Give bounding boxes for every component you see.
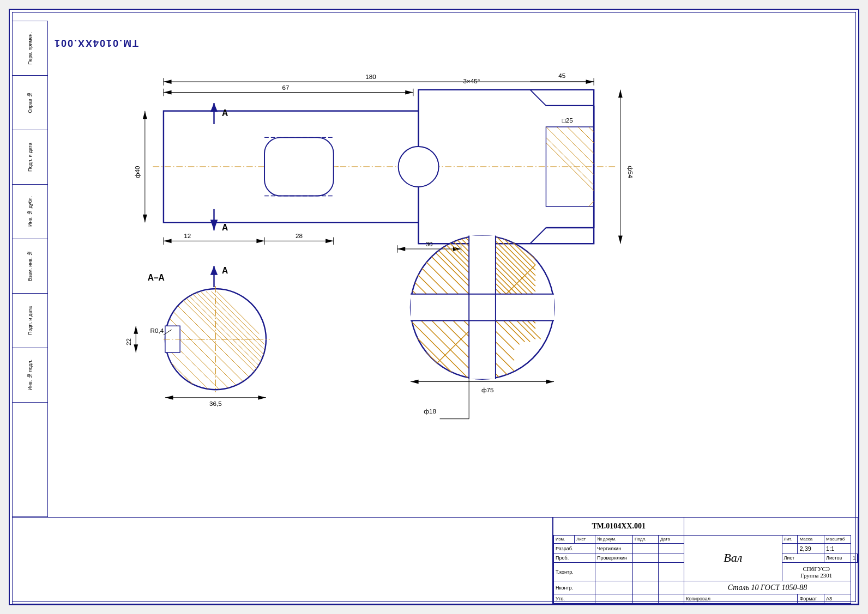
tb-razrab-label: Разраб. bbox=[554, 543, 595, 554]
svg-marker-103 bbox=[134, 344, 138, 352]
sidebar-row-5: Взам. инв. № bbox=[13, 239, 47, 294]
svg-rect-144 bbox=[469, 236, 496, 379]
svg-marker-64 bbox=[618, 236, 623, 244]
svg-line-39 bbox=[567, 201, 594, 228]
svg-line-35 bbox=[546, 206, 556, 217]
svg-marker-152 bbox=[546, 380, 554, 384]
svg-marker-61 bbox=[143, 215, 147, 223]
title-block: ТМ.0104ХХ.001 Изм. Лист № докум. Подп. Д… bbox=[553, 517, 858, 604]
svg-line-27 bbox=[520, 132, 546, 159]
svg-line-9 bbox=[530, 90, 546, 106]
tb-format-val: А3 bbox=[824, 594, 851, 604]
svg-marker-47 bbox=[210, 220, 218, 230]
tb-listov-label: Листов bbox=[824, 554, 851, 562]
technical-drawing-svg: A A 180 67 45 3×45° bbox=[48, 21, 856, 517]
tb-col-podp: Подп. bbox=[632, 535, 658, 543]
dim-180: 180 bbox=[365, 73, 376, 80]
svg-line-37 bbox=[557, 206, 578, 228]
svg-line-23 bbox=[557, 127, 610, 180]
svg-line-93 bbox=[169, 350, 233, 414]
svg-line-30 bbox=[535, 164, 546, 174]
svg-line-24 bbox=[567, 127, 610, 169]
dim-22: 22 bbox=[125, 338, 132, 345]
tb-massa-val: 2,39 bbox=[798, 543, 824, 554]
tb-col-massa: Масса bbox=[798, 535, 824, 543]
dim-28: 28 bbox=[296, 232, 303, 239]
tb-inst-name: СПбГУСЭ bbox=[803, 566, 830, 572]
tb-doc-number: ТМ.0104ХХ.001 bbox=[556, 522, 682, 531]
svg-line-25 bbox=[578, 127, 605, 154]
sidebar-row-2: Справ № bbox=[13, 76, 47, 130]
svg-line-135 bbox=[493, 233, 535, 276]
svg-line-22 bbox=[546, 127, 610, 191]
svg-marker-106 bbox=[258, 396, 266, 400]
tb-scale-val: 1:1 bbox=[824, 543, 851, 554]
tb-col-data: Дата bbox=[659, 535, 684, 543]
tb-part-name: Вал bbox=[686, 551, 780, 565]
svg-marker-57 bbox=[405, 90, 413, 95]
sidebar-label-7: Инв. № подл. bbox=[27, 360, 33, 390]
svg-marker-105 bbox=[165, 396, 173, 400]
tb-format-label: Формат bbox=[798, 594, 824, 604]
svg-marker-68 bbox=[164, 239, 172, 243]
svg-line-33 bbox=[530, 196, 546, 212]
dim-sq25: □25 bbox=[562, 117, 574, 124]
svg-marker-151 bbox=[411, 380, 419, 384]
dim-12: 12 bbox=[184, 232, 191, 239]
svg-line-38 bbox=[562, 206, 589, 233]
svg-point-43 bbox=[399, 147, 439, 187]
tb-col-ndoc: № докум. bbox=[595, 535, 632, 543]
svg-line-84 bbox=[201, 291, 270, 361]
sidebar-label-4: Инв. № дубл. bbox=[27, 196, 33, 227]
svg-marker-69 bbox=[256, 239, 264, 243]
svg-marker-72 bbox=[326, 239, 334, 243]
dim-45: 45 bbox=[558, 72, 566, 79]
title-block-table: ТМ.0104ХХ.001 Изм. Лист № докум. Подп. Д… bbox=[553, 518, 858, 604]
tb-tkont-label: Т.контр. bbox=[554, 563, 595, 581]
tb-nkont-label: Нконтр. bbox=[554, 581, 595, 594]
svg-rect-40 bbox=[264, 137, 334, 196]
sidebar-label-6: Подп. и дата bbox=[27, 306, 33, 335]
svg-line-96 bbox=[185, 376, 212, 403]
svg-marker-56 bbox=[164, 90, 172, 95]
dim-36-5: 36,5 bbox=[209, 400, 222, 407]
dim-chamfer: 3×45° bbox=[463, 77, 480, 84]
svg-line-81 bbox=[185, 291, 270, 376]
tb-list-label: Лист bbox=[782, 554, 824, 562]
dim-30: 30 bbox=[426, 240, 433, 247]
svg-line-127 bbox=[408, 318, 472, 382]
sidebar-row-4: Инв. № дубл. bbox=[13, 185, 47, 239]
bottom-left-strip bbox=[12, 517, 553, 604]
tb-institution: СПбГУСЭ bbox=[784, 566, 849, 572]
svg-line-83 bbox=[195, 291, 269, 366]
tb-prob-name: Проверялкин bbox=[595, 554, 632, 562]
tb-group: Группа 2301 bbox=[784, 572, 849, 579]
left-sidebar: Перв. примен. Справ № Подп. и дата Инв. … bbox=[12, 21, 48, 517]
section-arrow-label-3: A bbox=[222, 266, 228, 275]
svg-line-89 bbox=[169, 307, 264, 403]
sidebar-row-3: Подп. и дата bbox=[13, 130, 47, 185]
tb-col-izm: Изм. bbox=[554, 535, 575, 543]
svg-marker-45 bbox=[210, 103, 218, 112]
sidebar-row-7: Инв. № подл. bbox=[13, 348, 47, 403]
sidebar-label-5: Взам. инв. № bbox=[27, 251, 33, 281]
svg-line-28 bbox=[525, 143, 546, 164]
sidebar-row-1: Перв. примен. bbox=[13, 21, 47, 76]
svg-line-32 bbox=[525, 185, 546, 206]
svg-marker-63 bbox=[618, 90, 623, 98]
tb-material: Сталь 10 ГОСТ 1050-88 bbox=[686, 583, 849, 592]
svg-line-10 bbox=[530, 228, 546, 244]
dim-67: 67 bbox=[282, 84, 290, 91]
svg-line-82 bbox=[190, 291, 270, 371]
svg-line-87 bbox=[216, 291, 259, 334]
tb-razrab-name: Чертилкин bbox=[595, 543, 632, 554]
dim-r04: R0,4 bbox=[150, 327, 164, 334]
svg-line-21 bbox=[535, 127, 610, 201]
tb-utv-label: Утв. bbox=[554, 594, 595, 604]
sidebar-label-2: Справ № bbox=[27, 92, 33, 113]
tb-col-masshtab: Масштаб bbox=[824, 535, 851, 543]
dim-phi18: ф18 bbox=[424, 408, 436, 415]
svg-line-31 bbox=[541, 175, 546, 180]
svg-line-138 bbox=[509, 233, 535, 260]
svg-marker-102 bbox=[134, 326, 138, 334]
